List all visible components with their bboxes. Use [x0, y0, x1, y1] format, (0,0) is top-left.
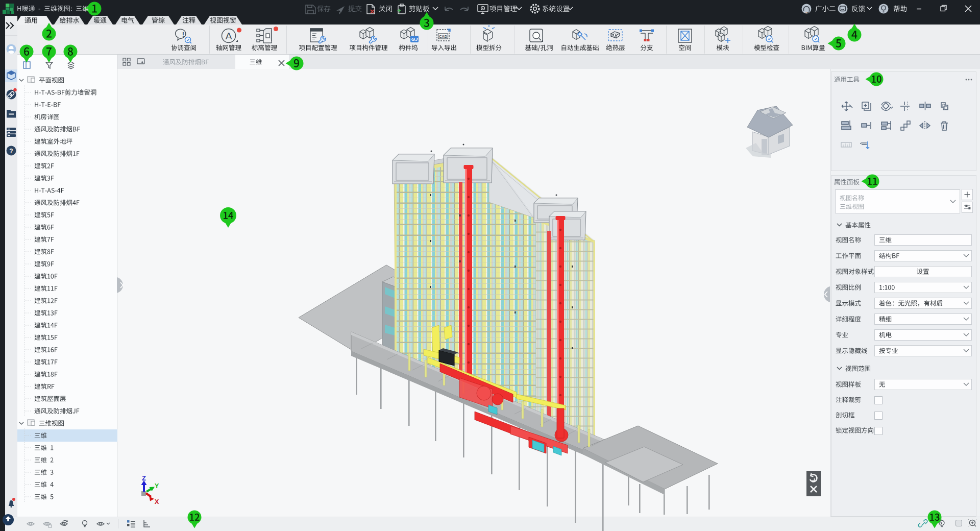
svg-text:X: X — [155, 498, 159, 505]
svg-text:GJ: GJ — [411, 36, 418, 42]
svg-text:A: A — [226, 31, 232, 41]
svg-text:!: ! — [182, 31, 184, 38]
svg-text:CAD: CAD — [439, 34, 448, 39]
svg-text:Z: Z — [142, 474, 146, 482]
svg-text:?: ? — [9, 148, 13, 155]
svg-text:Y: Y — [155, 482, 159, 490]
